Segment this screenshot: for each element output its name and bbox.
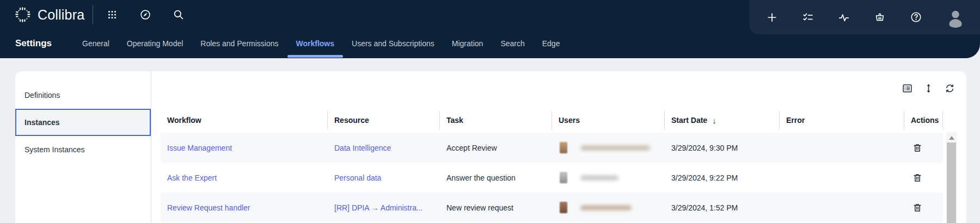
collibra-logo-icon [14, 6, 32, 23]
table-row: Ask the Expert Personal data Answer the … [161, 163, 943, 193]
column-label: Resource [334, 116, 369, 125]
cell-users [552, 133, 665, 163]
column-label: Start Date [671, 116, 707, 125]
column-label: Error [786, 116, 805, 125]
cell-workflow: Review Request handler [161, 193, 328, 222]
sort-descending-icon[interactable]: ↓ [712, 116, 716, 125]
tab-workflows[interactable]: Workflows [296, 28, 335, 58]
cell-task: New review request [440, 193, 552, 222]
workflow-link[interactable]: Ask the Expert [167, 174, 217, 182]
tab-roles-and-permissions[interactable]: Roles and Permissions [200, 28, 278, 58]
cell-users [552, 193, 665, 222]
workflow-instances-table: Workflow Resource Task Users Start Date … [161, 108, 943, 222]
cell-workflow: Ask the Expert [161, 163, 328, 193]
table-row: Review Request handler [RR] DPIA → Admin… [161, 193, 943, 222]
sidebar-item-system-instances[interactable]: System Instances [15, 136, 151, 163]
cell-start-date: 3/29/2024, 9:22 PM [665, 163, 780, 193]
column-header-users[interactable]: Users [552, 108, 665, 133]
refresh-icon[interactable] [943, 82, 956, 95]
tab-general[interactable]: General [82, 28, 109, 58]
user-name-redacted [580, 175, 618, 181]
table-row: Issue Management Data Intelligence Accep… [161, 133, 943, 163]
active-tab-underline [287, 55, 344, 58]
scrollbar-thumb[interactable] [947, 143, 956, 223]
compass-icon[interactable] [138, 7, 153, 22]
resize-rows-icon[interactable] [922, 82, 935, 95]
delete-instance-icon[interactable] [911, 171, 924, 184]
cell-task: Answer the question [440, 163, 552, 193]
table-scrollbar[interactable] [946, 132, 957, 223]
column-header-error[interactable]: Error [780, 108, 904, 133]
column-header-workflow[interactable]: Workflow [161, 108, 328, 133]
cell-workflow: Issue Management [161, 133, 328, 163]
cell-resource: Data Intelligence [328, 133, 440, 163]
column-header-resource[interactable]: Resource [328, 108, 440, 133]
cell-start-date: 3/29/2024, 1:52 PM [665, 193, 780, 222]
tab-operating-model[interactable]: Operating Model [127, 28, 183, 58]
user-avatar-thumbnail [560, 142, 567, 153]
cell-error [780, 163, 904, 193]
settings-tabs: General Operating Model Roles and Permis… [82, 28, 560, 58]
column-header-start-date[interactable]: Start Date ↓ [665, 108, 780, 133]
topbar-divider [93, 5, 93, 24]
help-icon[interactable] [909, 11, 922, 24]
basket-icon[interactable] [873, 11, 886, 24]
user-name-redacted [580, 145, 650, 151]
cell-error [780, 193, 904, 222]
table-view-icon[interactable] [901, 82, 914, 95]
sidebar-item-instances[interactable]: Instances [15, 109, 151, 136]
cell-users [552, 163, 665, 193]
table-toolbar [901, 82, 956, 95]
sidebar-item-label: Instances [24, 118, 60, 127]
cell-actions [904, 193, 943, 222]
topbar-right-panel [749, 0, 980, 34]
cell-resource: [RR] DPIA → Administra... [328, 193, 440, 222]
page-title: Settings [15, 38, 82, 49]
search-icon[interactable] [171, 7, 186, 22]
tab-users-and-subscriptions[interactable]: Users and Subscriptions [352, 28, 434, 58]
apps-grid-icon[interactable] [105, 7, 120, 22]
workflows-sidebar: Definitions Instances System Instances [15, 71, 151, 223]
user-name-redacted [580, 205, 632, 210]
resource-link[interactable]: Personal data [334, 174, 381, 182]
collibra-settings-screen: Collibra [0, 0, 980, 223]
cell-error [780, 133, 904, 163]
tasks-checklist-icon[interactable] [801, 11, 814, 24]
column-label: Workflow [167, 116, 201, 125]
top-navigation-bar: Collibra [0, 0, 980, 58]
tab-search[interactable]: Search [500, 28, 524, 58]
collibra-logo[interactable]: Collibra [14, 5, 84, 24]
workflow-link[interactable]: Review Request handler [167, 203, 250, 212]
resource-link[interactable]: Data Intelligence [334, 144, 391, 152]
sidebar-item-label: System Instances [24, 145, 85, 154]
column-label: Actions [911, 116, 939, 125]
settings-content-card: Definitions Instances System Instances [15, 71, 966, 223]
delete-instance-icon[interactable] [911, 201, 924, 214]
user-avatar[interactable] [945, 7, 966, 28]
column-header-actions: Actions [904, 108, 943, 133]
tab-workflows-label: Workflows [296, 39, 335, 48]
cell-resource: Personal data [328, 163, 440, 193]
collibra-logo-text: Collibra [38, 7, 84, 23]
scrollbar-up-arrow-icon[interactable] [949, 136, 954, 140]
column-header-task[interactable]: Task [440, 108, 552, 133]
tab-migration[interactable]: Migration [452, 28, 483, 58]
sidebar-item-definitions[interactable]: Definitions [15, 82, 151, 109]
column-label: Task [446, 116, 463, 125]
settings-nav-row: Settings General Operating Model Roles a… [15, 28, 560, 58]
delete-instance-icon[interactable] [911, 141, 924, 154]
activity-pulse-icon[interactable] [837, 11, 850, 24]
cell-task: Accept Review [440, 133, 552, 163]
resource-link[interactable]: [RR] DPIA → Administra... [334, 203, 423, 212]
user-avatar-thumbnail [560, 172, 567, 183]
column-label: Users [559, 116, 580, 125]
create-plus-icon[interactable] [765, 11, 779, 24]
sidebar-item-label: Definitions [24, 91, 60, 100]
table-header-row: Workflow Resource Task Users Start Date … [161, 108, 943, 133]
cell-actions [904, 163, 943, 193]
user-avatar-thumbnail [560, 202, 567, 213]
topbar-left-icons [105, 7, 186, 22]
tab-edge[interactable]: Edge [542, 28, 560, 58]
cell-actions [904, 133, 943, 163]
workflow-link[interactable]: Issue Management [167, 144, 232, 152]
